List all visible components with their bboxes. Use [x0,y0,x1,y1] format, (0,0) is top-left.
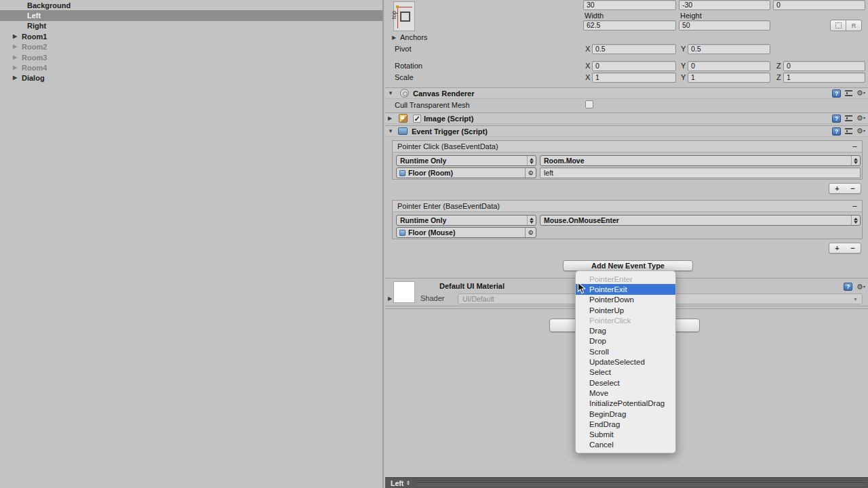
event-type-menu-item[interactable]: UpdateSelected [576,357,675,367]
event-argument-field[interactable]: left [540,167,861,178]
event-trigger-header[interactable]: ▼ Event Trigger (Script) ? ⚙ [385,125,868,137]
image-enabled-checkbox[interactable]: ✓ [413,115,421,123]
event-type-menu-item[interactable]: Scroll [576,346,675,357]
gear-icon[interactable]: ⚙ [856,115,865,122]
remove-event-icon[interactable]: − [852,142,857,151]
foldout-icon[interactable] [13,44,22,49]
anchor-mode-label: top [391,11,397,20]
foldout-open-icon[interactable]: ▼ [388,128,396,134]
presets-icon[interactable] [845,90,852,96]
event-type-menu-item[interactable]: InitializePotentialDrag [576,399,675,409]
panel-grip-handle[interactable] [416,481,866,485]
help-icon[interactable]: ? [832,115,841,123]
event-type-menu-item[interactable]: Deselect [576,378,675,388]
event-type-menu-item[interactable]: PointerUp [576,305,675,315]
pos-y-field[interactable]: -30 [679,0,770,10]
anchors-foldout-icon[interactable]: ▶ [392,35,396,41]
pivot-x-field[interactable]: 0.5 [592,44,676,54]
event-target-object-field[interactable]: Floor (Mouse) ⊙ [396,227,536,238]
help-icon[interactable]: ? [832,127,841,136]
foldout-icon[interactable] [13,75,22,81]
event-type-menu-item[interactable]: PointerExit [576,284,675,294]
remove-callback-button[interactable]: − [845,184,861,193]
rotation-y-field[interactable]: 0 [688,61,770,71]
gear-icon[interactable]: ⚙ [856,89,865,97]
canvas-renderer-title: Canvas Renderer [413,89,475,98]
add-callback-button[interactable]: + [829,243,845,253]
raw-edit-mode-button[interactable]: R [846,20,861,30]
anchors-label[interactable]: Anchors [400,33,427,41]
cull-transparent-mesh-checkbox[interactable] [585,100,593,108]
event-type-menu-item[interactable]: Move [576,388,675,398]
event-callback-dropdown[interactable]: Room.Move [540,155,861,166]
hierarchy-item[interactable]: Room2 [0,42,382,52]
event-type-menu-item[interactable]: PointerDown [576,295,675,305]
bottom-bar-dropdown[interactable]: Left [391,479,403,487]
rotation-z-field[interactable]: 0 [783,61,865,71]
canvas-renderer-header[interactable]: ▼ Canvas Renderer ? ⚙ [385,87,868,99]
event-mode-dropdown[interactable]: Runtime Only [396,155,536,166]
rotation-x-axis-label: X [585,62,590,70]
object-picker-icon[interactable]: ⊙ [525,168,536,178]
foldout-open-icon[interactable]: ▼ [388,90,396,96]
gear-icon[interactable]: ⚙ [856,283,865,291]
event-type-menu-item[interactable]: BeginDrag [576,409,675,419]
help-icon[interactable]: ? [844,283,852,291]
blueprint-mode-button[interactable] [831,20,846,30]
rotation-x-field[interactable]: 0 [592,61,676,71]
foldout-closed-icon[interactable]: ▶ [388,115,396,121]
foldout-icon[interactable] [13,65,22,70]
image-component-header[interactable]: ▶ ✓ Image (Script) ? ⚙ [385,113,868,124]
menu-item-label: Move [589,389,608,397]
pointer-click-event-box: Pointer Click (BaseEventData) − Runtime … [392,140,863,180]
pointer-enter-event-header: Pointer Enter (BaseEventData) − [393,201,862,212]
menu-item-label: Submit [589,430,614,439]
event-mode-dropdown[interactable]: Runtime Only [396,215,536,226]
presets-icon[interactable] [845,115,852,121]
hierarchy-item[interactable]: Background [0,0,382,10]
remove-event-icon[interactable]: − [852,202,857,211]
hierarchy-item[interactable]: Left [0,10,382,20]
scale-x-field[interactable]: 1 [592,73,676,83]
cull-transparent-mesh-label: Cull Transparent Mesh [395,101,470,109]
hierarchy-item[interactable]: Room3 [0,52,382,62]
hierarchy-item[interactable]: Dialog [0,73,382,83]
object-picker-icon[interactable]: ⊙ [525,228,536,237]
pos-x-field[interactable]: 30 [583,0,676,10]
event-type-menu-item[interactable]: PointerClick [576,315,675,325]
shader-value: UI/Default [462,295,494,303]
gear-icon[interactable]: ⚙ [856,127,865,135]
event-type-menu-item[interactable]: PointerEnter [576,274,675,284]
foldout-icon[interactable] [13,55,22,60]
width-field[interactable]: 62.5 [583,20,676,30]
event-type-menu-item[interactable]: Submit [576,429,675,439]
bottom-panel-bar: Left [385,477,868,488]
add-new-event-type-button[interactable]: Add New Event Type [563,260,693,271]
add-callback-button[interactable]: + [829,184,845,193]
event-type-menu-item[interactable]: Select [576,367,675,378]
hierarchy-item[interactable]: Room1 [0,31,382,41]
scale-z-field[interactable]: 1 [783,73,865,83]
hierarchy-item[interactable]: Room4 [0,62,382,73]
hierarchy-item[interactable]: Right [0,21,382,31]
event-type-menu-item[interactable]: EndDrag [576,419,675,429]
rect-tool-buttons: R [830,20,862,31]
anchor-preset-button[interactable]: top [393,1,415,31]
remove-callback-button[interactable]: − [845,243,861,253]
popup-arrows-icon [407,481,410,485]
height-field[interactable]: 50 [679,20,770,30]
help-icon[interactable]: ? [832,89,841,98]
material-foldout-icon[interactable]: ▶ [388,296,392,302]
event-type-menu-item[interactable]: Drop [576,336,675,346]
event-callback-dropdown[interactable]: Mouse.OnMouseEnter [540,215,861,226]
pivot-y-field[interactable]: 0.5 [688,44,770,54]
menu-item-label: Cancel [589,441,614,449]
pos-z-field[interactable]: 0 [773,0,865,10]
pivot-label: Pivot [395,45,411,53]
presets-icon[interactable] [845,128,852,134]
scale-y-field[interactable]: 1 [688,73,770,83]
foldout-icon[interactable] [13,34,22,39]
event-target-object-field[interactable]: Floor (Room) ⊙ [396,167,536,178]
event-type-menu-item[interactable]: Drag [576,325,675,336]
event-type-menu-item[interactable]: Cancel [576,440,675,450]
